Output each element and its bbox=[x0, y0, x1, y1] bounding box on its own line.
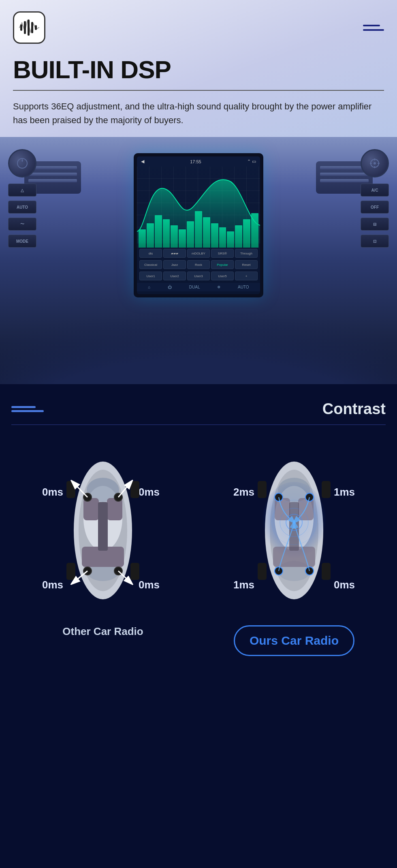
other-car-arrows bbox=[66, 453, 139, 607]
eq-bar bbox=[187, 221, 194, 248]
ours-top-right-label: 1ms bbox=[334, 486, 355, 498]
eq-bar bbox=[227, 231, 234, 248]
other-bottom-right-label: 0ms bbox=[139, 579, 160, 591]
eq-bar bbox=[139, 229, 146, 248]
section-icon bbox=[11, 406, 44, 412]
defrost-button[interactable]: 〜 bbox=[8, 218, 36, 231]
auto-label: AUTO bbox=[238, 285, 249, 289]
menu-line-1 bbox=[363, 25, 380, 26]
left-controls: △ AUTO 〜 MODE bbox=[8, 149, 36, 248]
ours-top-left-label: 2ms bbox=[233, 486, 254, 498]
icon-line-2 bbox=[11, 410, 44, 412]
through-label: Through bbox=[240, 252, 252, 255]
screen-icons: ⌃ ▭ bbox=[247, 159, 256, 164]
settings-knob-icon bbox=[369, 157, 381, 169]
menu-button[interactable] bbox=[363, 25, 384, 31]
eq-bar bbox=[171, 225, 178, 248]
user2-btn[interactable]: User2 bbox=[163, 272, 186, 280]
ours-bottom-left-label: 1ms bbox=[233, 579, 254, 591]
through-btn[interactable]: Through bbox=[235, 249, 258, 258]
comparison-area: 0ms 0ms 0ms 0ms bbox=[11, 445, 386, 656]
right-knob bbox=[361, 149, 389, 177]
car-dashboard-image: △ AUTO 〜 MODE bbox=[0, 137, 397, 384]
eq-bar bbox=[235, 225, 242, 248]
user5-label: User5 bbox=[218, 274, 226, 278]
knob-icon bbox=[16, 157, 28, 169]
user1-label: User1 bbox=[146, 274, 155, 278]
dual-label: DUAL bbox=[189, 285, 200, 289]
hazard-label: △ bbox=[21, 188, 24, 192]
ours-car-body bbox=[258, 453, 331, 607]
dts-label: dts bbox=[149, 252, 153, 255]
user3-btn[interactable]: User3 bbox=[187, 272, 210, 280]
ours-car-view: 2ms 1ms 1ms 0ms bbox=[233, 445, 355, 616]
home-icon: ⌂ bbox=[148, 285, 150, 289]
uuu-label: ▰▰▰ bbox=[171, 252, 178, 255]
contrast-header: Contrast bbox=[11, 400, 386, 418]
eq-display bbox=[137, 167, 260, 248]
user2-label: User2 bbox=[170, 274, 179, 278]
contrast-divider bbox=[11, 424, 386, 425]
screen-buttons-row1: dts ▰▰▰ mDOLBY SRS® Through bbox=[137, 248, 260, 259]
auto-label: AUTO bbox=[17, 205, 28, 210]
ac-label: A/C bbox=[371, 188, 378, 192]
eq-bar bbox=[211, 223, 218, 248]
eq-bar bbox=[147, 223, 154, 248]
uuu-btn[interactable]: ▰▰▰ bbox=[163, 249, 186, 258]
ac-button[interactable]: A/C bbox=[361, 184, 389, 197]
eq-bars bbox=[137, 207, 260, 248]
defrost-label: 〜 bbox=[20, 221, 24, 227]
auto-button[interactable]: AUTO bbox=[8, 201, 36, 214]
ours-bottom-right-label: 0ms bbox=[334, 579, 355, 591]
reset-btn[interactable]: Reset bbox=[235, 260, 258, 269]
screen-buttons-row3: User1 User2 User3 User5 + bbox=[137, 270, 260, 282]
eq-bar bbox=[155, 215, 162, 248]
eq-bar bbox=[203, 217, 210, 248]
left-knob bbox=[8, 149, 36, 177]
ours-car-button-label: Ours Car Radio bbox=[250, 634, 339, 647]
add-label: + bbox=[245, 274, 248, 278]
hazard-button[interactable]: △ bbox=[8, 184, 36, 197]
classical-label: Classical bbox=[144, 263, 157, 267]
logo bbox=[13, 11, 45, 44]
right-controls: A/C OFF ⊟ ⊡ bbox=[361, 149, 389, 248]
popular-btn[interactable]: Popular bbox=[211, 260, 234, 269]
header bbox=[0, 0, 397, 52]
user3-label: User3 bbox=[194, 274, 203, 278]
off-button[interactable]: OFF bbox=[361, 201, 389, 214]
center-screen: ◀ 17:55 ⌃ ▭ bbox=[134, 153, 263, 297]
screen-display: ◀ 17:55 ⌃ ▭ bbox=[137, 156, 260, 294]
dolby-btn[interactable]: mDOLBY bbox=[187, 249, 210, 258]
rear-button[interactable]: ⊡ bbox=[361, 235, 389, 248]
svg-point-7 bbox=[374, 162, 376, 165]
add-btn[interactable]: + bbox=[235, 272, 258, 280]
page-title: BUILT-IN DSP bbox=[13, 56, 384, 83]
eq-bar bbox=[163, 219, 170, 248]
other-top-left-label: 0ms bbox=[42, 486, 63, 498]
ours-car-comparison: 2ms 1ms 1ms 0ms bbox=[212, 445, 377, 656]
jazz-btn[interactable]: Jazz bbox=[163, 260, 186, 269]
ours-car-waves bbox=[258, 453, 331, 607]
eq-bar bbox=[251, 213, 258, 248]
eq-bar bbox=[195, 211, 202, 248]
off-label: OFF bbox=[371, 205, 379, 210]
eq-bar bbox=[243, 219, 250, 248]
classical-btn[interactable]: Classical bbox=[139, 260, 162, 269]
other-car-view: 0ms 0ms 0ms 0ms bbox=[42, 445, 164, 616]
icon-line-1 bbox=[11, 406, 36, 408]
user1-btn[interactable]: User1 bbox=[139, 272, 162, 280]
rock-btn[interactable]: Rock bbox=[187, 260, 210, 269]
srs-btn[interactable]: SRS® bbox=[211, 249, 234, 258]
top-section: BUILT-IN DSP Supports 36EQ adjustment, a… bbox=[0, 0, 397, 384]
reset-label: Reset bbox=[242, 263, 251, 267]
eq-bar bbox=[219, 227, 226, 248]
mode-button[interactable]: MODE bbox=[8, 235, 36, 248]
user5-btn[interactable]: User5 bbox=[211, 272, 234, 280]
contrast-title: Contrast bbox=[322, 400, 386, 418]
dts-btn[interactable]: dts bbox=[139, 249, 162, 258]
other-top-right-label: 0ms bbox=[139, 486, 160, 498]
fan-button[interactable]: ⊟ bbox=[361, 218, 389, 231]
ours-car-button[interactable]: Ours Car Radio bbox=[234, 625, 354, 656]
rear-label: ⊡ bbox=[373, 239, 376, 244]
rock-label: Rock bbox=[195, 263, 202, 267]
